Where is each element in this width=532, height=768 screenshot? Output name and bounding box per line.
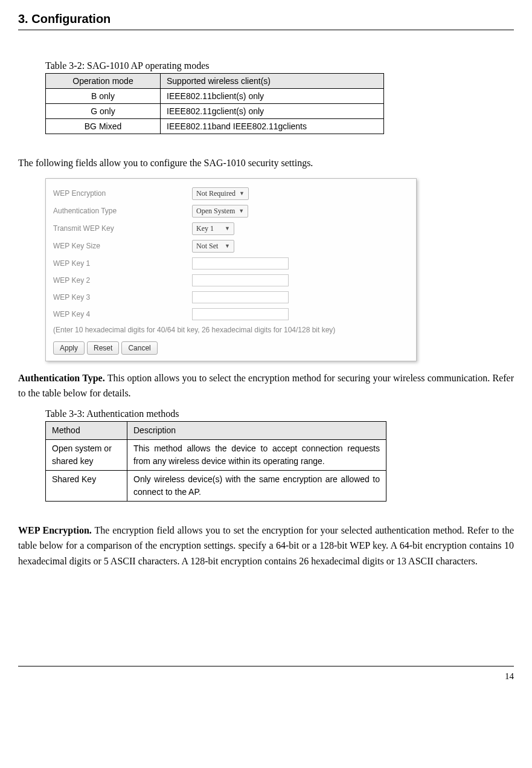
select-value: Key 1 [196, 224, 214, 233]
table-row: B only IEEE802.11bclient(s) only [46, 89, 384, 104]
chevron-down-icon: ▼ [239, 190, 245, 196]
page-number: 14 [505, 671, 514, 681]
table2-header-0: Method [46, 421, 127, 439]
select-value: Not Set [196, 242, 218, 251]
wep-key-2-label: WEP Key 2 [53, 276, 192, 285]
cell: BG Mixed [46, 119, 161, 134]
wep-key-size-select[interactable]: Not Set ▼ [192, 240, 234, 253]
table-row: Shared Key Only wireless device(s) with … [46, 470, 386, 501]
cell: IEEE802.11gclient(s) only [161, 104, 384, 119]
wep-key-4-input[interactable] [192, 308, 289, 320]
wep-encryption-select[interactable]: Not Required ▼ [192, 187, 249, 200]
apply-button[interactable]: Apply [53, 341, 85, 355]
table2-header-1: Description [127, 421, 386, 439]
auth-type-bold: Authentication Type. [18, 373, 105, 383]
cell: G only [46, 104, 161, 119]
table-row: BG Mixed IEEE802.11band IEEE802.11gclien… [46, 119, 384, 134]
security-form-screenshot: WEP Encryption Not Required ▼ Authentica… [45, 178, 417, 361]
wep-encryption-paragraph: WEP Encryption. The encryption field all… [18, 523, 514, 569]
reset-button[interactable]: Reset [87, 341, 119, 355]
table1-header-1: Supported wireless client(s) [161, 74, 384, 89]
wep-text: The encryption field allows you to set t… [18, 525, 514, 566]
chevron-down-icon: ▼ [239, 208, 244, 214]
auth-type-paragraph: Authentication Type. This option allows … [18, 370, 514, 401]
wep-key-4-label: WEP Key 4 [53, 310, 192, 318]
table2-caption: Table 3-3: Authentication methods [45, 408, 514, 419]
cell: Shared Key [46, 470, 127, 501]
operating-modes-table: Operation mode Supported wireless client… [45, 73, 384, 134]
wep-key-2-input[interactable] [192, 274, 289, 286]
select-value: Open System [196, 207, 235, 216]
cell: B only [46, 89, 161, 104]
section-heading: 3. Configuration [18, 12, 514, 26]
table-row: Open system or shared key This method al… [46, 439, 386, 470]
transmit-wep-key-select[interactable]: Key 1 ▼ [192, 222, 234, 235]
cell: This method allows the device to accept … [127, 439, 386, 470]
chevron-down-icon: ▼ [225, 225, 230, 231]
wep-bold: WEP Encryption. [18, 525, 92, 535]
hex-hint-text: (Enter 10 hexadecimal digits for 40/64 b… [53, 323, 409, 339]
table1-caption: Table 3-2: SAG-1010 AP operating modes [45, 60, 514, 71]
select-value: Not Required [196, 189, 236, 198]
auth-type-select[interactable]: Open System ▼ [192, 205, 248, 218]
auth-methods-table: Method Description Open system or shared… [45, 421, 386, 502]
intro-paragraph: The following fields allow you to config… [18, 155, 514, 171]
wep-key-3-label: WEP Key 3 [53, 293, 192, 302]
wep-key-size-label: WEP Key Size [53, 242, 192, 250]
table1-header-0: Operation mode [46, 74, 161, 89]
table-row: G only IEEE802.11gclient(s) only [46, 104, 384, 119]
wep-key-1-label: WEP Key 1 [53, 259, 192, 268]
auth-type-label: Authentication Type [53, 207, 192, 215]
wep-key-3-input[interactable] [192, 291, 289, 303]
cell: Open system or shared key [46, 439, 127, 470]
wep-encryption-label: WEP Encryption [53, 189, 192, 198]
cell: IEEE802.11band IEEE802.11gclients [161, 119, 384, 134]
cell: IEEE802.11bclient(s) only [161, 89, 384, 104]
wep-key-1-input[interactable] [192, 257, 289, 269]
chevron-down-icon: ▼ [225, 243, 230, 249]
transmit-wep-key-label: Transmit WEP Key [53, 224, 192, 233]
cell: Only wireless device(s) with the same en… [127, 470, 386, 501]
cancel-button[interactable]: Cancel [121, 341, 157, 355]
